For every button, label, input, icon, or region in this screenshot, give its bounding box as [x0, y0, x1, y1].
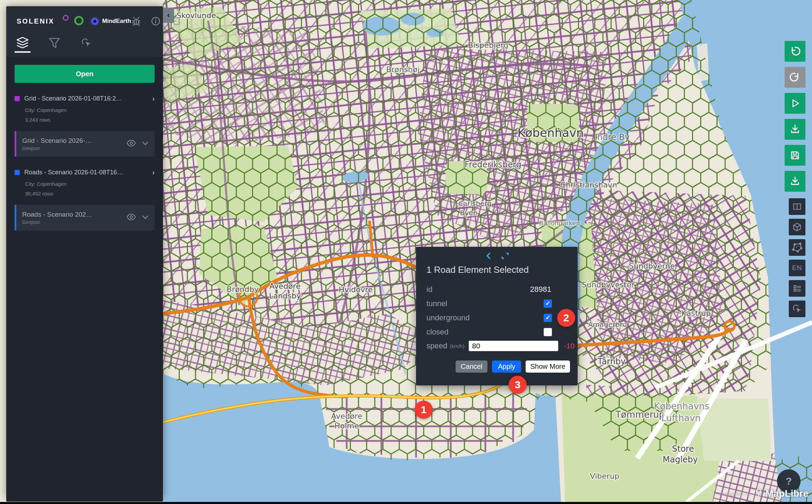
- field-row-speed: speed (km/h) -10: [416, 341, 578, 351]
- show-more-button[interactable]: Show More: [526, 360, 570, 373]
- screen-edge: [0, 502, 812, 504]
- legend-button[interactable]: [789, 280, 805, 297]
- layer-city: City: Copenhagen: [25, 105, 155, 115]
- field-row-closed: closed: [416, 325, 578, 339]
- layer-meta: City: Copenhagen 3,243 rows: [25, 105, 155, 125]
- mindearth-logo: MindEarth: [90, 17, 131, 26]
- annotation-marker-1: 1: [415, 401, 433, 419]
- pointer-select-button[interactable]: [789, 301, 805, 317]
- map-label: Tårnby: [597, 356, 626, 366]
- map-label: Byen: [460, 209, 478, 217]
- map-label: Avedøre: [269, 282, 301, 290]
- sidebar-panel: SOLENIX MindEarth: [6, 6, 163, 498]
- speed-delta: -10: [564, 342, 574, 350]
- map-label: Københavns: [654, 401, 709, 411]
- redo-button[interactable]: [785, 67, 805, 88]
- sidebar-collapse-button[interactable]: ‹: [163, 8, 174, 23]
- popup-title: 1 Road Element Selected: [426, 264, 578, 275]
- layer-card[interactable]: Grid - Scenario 2026-… Geojson: [15, 131, 155, 157]
- visibility-eye-icon[interactable]: [127, 140, 136, 148]
- map-label: Lufthavn: [661, 413, 701, 423]
- tunnel-checkbox[interactable]: [544, 299, 552, 308]
- solenix-logo-purple-ring: [63, 15, 69, 21]
- open-button[interactable]: Open: [15, 65, 155, 83]
- popup-expand-icon[interactable]: [501, 252, 509, 260]
- layer-card-title: Roads - Scenario 202…: [22, 211, 127, 218]
- bug-report-icon[interactable]: [131, 16, 141, 26]
- app-window: SkovlundeBrønshøjBispebjergKøbenhavnIndr…: [0, 0, 812, 504]
- annotation-marker-3: 3: [509, 376, 527, 394]
- info-icon[interactable]: [150, 16, 161, 26]
- chevron-down-icon[interactable]: [142, 141, 148, 147]
- polygon-select-button[interactable]: [789, 239, 805, 256]
- field-label: underground: [426, 313, 470, 322]
- map-label: Landsby: [269, 292, 301, 300]
- map-attribution: | basemap by: MapLibre: [719, 488, 809, 499]
- layer-swatch: [15, 96, 20, 101]
- layer-card-format: Geojson: [22, 146, 127, 151]
- map-label: Viberup: [590, 472, 619, 480]
- field-value: 28981: [530, 285, 551, 294]
- map-label: Brøndby: [227, 285, 259, 294]
- run-simulation-button[interactable]: [785, 93, 805, 114]
- maplibre-pin-icon: [755, 488, 762, 499]
- layer-group-roads: Roads - Scenario 2026-01-08T16… › City: …: [15, 168, 155, 231]
- layer-group-grid: Grid - Scenario 2026-01-08T16:2… › City:…: [15, 95, 155, 157]
- sidebar-header: SOLENIX MindEarth: [6, 6, 163, 26]
- visibility-eye-icon[interactable]: [127, 214, 136, 222]
- layer-meta: City: Copenhagen 30,452 rows: [25, 179, 155, 199]
- map-label: Magleby: [663, 455, 698, 464]
- layer-city: City: Copenhagen: [25, 179, 155, 189]
- map-label: Frederiksberg: [465, 160, 521, 170]
- layer-card-format: Geojson: [22, 219, 127, 225]
- chevron-down-icon[interactable]: [142, 215, 148, 221]
- layer-title: Roads - Scenario 2026-01-08T16…: [24, 169, 148, 176]
- layer-card[interactable]: Roads - Scenario 202… Geojson: [15, 205, 155, 231]
- mindearth-icon: [90, 17, 99, 26]
- closed-checkbox[interactable]: [544, 328, 552, 336]
- map-action-toolbar: [785, 41, 805, 192]
- chevron-right-icon[interactable]: ›: [152, 95, 155, 103]
- export-button[interactable]: [785, 171, 805, 192]
- layer-rowcount: 3,243 rows: [25, 115, 155, 125]
- field-row-underground: underground: [416, 311, 578, 325]
- undo-button[interactable]: [785, 41, 805, 62]
- language-button[interactable]: EN: [789, 260, 805, 276]
- tab-layers[interactable]: [15, 37, 31, 49]
- map-label: Brønshøj: [386, 65, 420, 74]
- tab-filter[interactable]: [46, 37, 62, 49]
- layer-swatch: [15, 170, 20, 175]
- map-label: Bispebjerg: [468, 41, 508, 50]
- map-label: København: [517, 126, 584, 140]
- attribution-text: | basemap by:: [719, 491, 752, 497]
- field-row-tunnel: tunnel: [416, 296, 578, 311]
- speed-input[interactable]: [469, 341, 558, 351]
- layer-row[interactable]: Roads - Scenario 2026-01-08T16… ›: [15, 168, 155, 176]
- tab-select[interactable]: [78, 37, 94, 49]
- cancel-button[interactable]: Cancel: [456, 360, 487, 373]
- layer-row[interactable]: Grid - Scenario 2026-01-08T16:2… ›: [15, 95, 155, 103]
- apply-button[interactable]: Apply: [492, 360, 521, 373]
- layer-title: Grid - Scenario 2026-01-08T16:2…: [24, 95, 148, 102]
- split-view-button[interactable]: [789, 198, 805, 215]
- map-label: Sundbyvester: [582, 280, 635, 289]
- field-label: tunnel: [426, 299, 447, 308]
- map-label: Skovlunde: [176, 11, 216, 20]
- map-label: Hvidovre: [339, 285, 373, 294]
- layer-card-title: Grid - Scenario 2026-…: [22, 137, 127, 145]
- map-label: Kastrup: [682, 309, 711, 318]
- save-button[interactable]: [785, 145, 805, 166]
- maplibre-logo[interactable]: MapLibre: [766, 488, 809, 499]
- map-label: Ballonparken: [539, 219, 580, 227]
- chevron-right-icon[interactable]: ›: [152, 168, 155, 176]
- download-button[interactable]: [785, 119, 805, 140]
- 3d-view-button[interactable]: [789, 219, 805, 235]
- sidebar-tabs: [15, 37, 163, 53]
- road-element-popup: 1 Road Element Selected id 28981 tunnel …: [416, 247, 578, 385]
- map-label: Holme: [334, 422, 359, 430]
- map-label: Indre By: [595, 132, 630, 142]
- solenix-logo-green-ring: [74, 16, 84, 25]
- brand-block: SOLENIX MindEarth: [17, 17, 131, 26]
- popup-back-icon[interactable]: [485, 252, 492, 260]
- underground-checkbox[interactable]: [544, 314, 552, 322]
